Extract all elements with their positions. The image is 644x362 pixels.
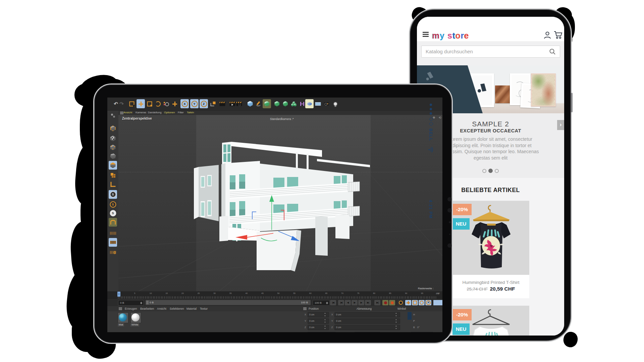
menu-tafeln[interactable]: Tafeln — [187, 111, 194, 114]
key-scale-button[interactable] — [412, 300, 418, 305]
cube-tilt-icon[interactable] — [109, 152, 117, 161]
grid-array-icon[interactable] — [109, 229, 117, 238]
store-logo[interactable]: mystore — [432, 31, 469, 41]
hero-frame-map — [531, 73, 556, 107]
cloner-icon[interactable] — [289, 99, 298, 108]
subdivision-surface-icon[interactable] — [263, 99, 271, 108]
prev-key-button[interactable]: |◀ — [338, 300, 344, 305]
camera-icon[interactable] — [322, 99, 330, 108]
live-selection-icon[interactable] — [127, 99, 136, 108]
product-name[interactable]: Hummingbird Printed T-Shirt — [452, 280, 529, 285]
key-pla-button[interactable] — [433, 300, 442, 305]
keyframe-selection-button[interactable] — [398, 300, 404, 305]
goto-start-button[interactable]: |◀ — [330, 300, 336, 305]
menu-darstellung[interactable]: Darstellung — [148, 111, 161, 114]
key-rotation-button[interactable] — [419, 300, 425, 305]
lock-x-axis-icon[interactable]: X — [180, 99, 189, 108]
magnet-tool-icon[interactable] — [109, 218, 117, 227]
panel-scroll-thumb[interactable] — [408, 312, 412, 320]
key-position-button[interactable] — [405, 300, 411, 305]
menu-selektieren[interactable]: Selektieren — [170, 307, 184, 310]
grid-lock-icon[interactable] — [109, 238, 117, 247]
next-frame-button[interactable]: ▶ — [358, 300, 364, 305]
search-input[interactable]: Katalog durchsuchen — [421, 46, 560, 58]
figure-tool-icon[interactable] — [109, 111, 117, 120]
carousel-dot[interactable] — [482, 169, 486, 173]
points-mode-icon[interactable]: S — [109, 190, 117, 199]
coord-x-size[interactable]: 0 cm — [334, 312, 400, 317]
polygons-mode-icon[interactable]: S — [109, 209, 117, 218]
menu-ansicht-bottom[interactable]: Ansicht — [157, 307, 166, 310]
play-button[interactable]: ▶ — [352, 300, 358, 305]
material-white[interactable] — [130, 312, 141, 323]
ruler-number: 15 — [165, 292, 168, 294]
menu-optionen[interactable]: Optionen — [164, 111, 175, 114]
carousel-dot-active[interactable] — [488, 169, 493, 173]
menu-filter[interactable]: Filter — [178, 111, 184, 114]
menu-erzeugen[interactable]: Erzeugen — [125, 307, 137, 310]
render-settings-icon[interactable] — [235, 99, 243, 108]
account-icon[interactable] — [543, 31, 551, 39]
product-card[interactable]: Hummingbird Printed T-Shirt 25,74 CHF20,… — [452, 201, 529, 298]
cube-points-icon[interactable] — [109, 143, 117, 152]
coord-y-size[interactable]: 0 cm — [334, 318, 400, 324]
coord-angle-dropdown[interactable]: An — [411, 332, 433, 332]
coord-system-icon[interactable] — [209, 99, 217, 108]
lock-z-axis-icon[interactable]: Z — [200, 99, 208, 108]
light-icon[interactable] — [331, 99, 339, 108]
material-menu-grid-icon[interactable] — [119, 307, 122, 310]
lock-y-axis-icon[interactable]: Y — [190, 99, 199, 108]
frame-range-slider[interactable]: 0 B100 B — [146, 300, 311, 305]
menu-bearbeiten[interactable]: Bearbeiten — [140, 307, 154, 310]
menu-material[interactable]: Material — [186, 307, 197, 310]
viewport-rotate-icon[interactable]: ⟲ — [439, 116, 441, 119]
grid-paren-icon[interactable]: () — [109, 248, 117, 257]
menu-icon[interactable] — [423, 32, 429, 38]
snap-tool-icon[interactable] — [170, 99, 179, 108]
ruler-end-label: 0 B — [436, 293, 439, 295]
render-view-icon[interactable] — [218, 99, 226, 108]
material-mat[interactable] — [118, 312, 128, 323]
carousel-dot[interactable] — [495, 169, 499, 173]
timeline-playhead[interactable]: 0 — [117, 292, 120, 297]
menu-textur[interactable]: Textur — [200, 307, 208, 310]
menu-grid-icon[interactable] — [120, 112, 123, 114]
carousel-next-button[interactable]: › — [557, 120, 564, 130]
axis-tool-icon[interactable] — [109, 180, 117, 189]
next-key-button[interactable]: ▶| — [365, 300, 371, 305]
c4d-toolbar: ↶ ↷ X Y Z — [107, 98, 442, 111]
edges-mode-icon[interactable]: S — [109, 200, 117, 209]
viewport-camera-label[interactable]: Standardkamera :* — [270, 117, 294, 121]
deformer-icon[interactable] — [281, 99, 289, 108]
cube-checker-icon[interactable] — [109, 134, 117, 143]
move-tool-icon[interactable] — [137, 99, 145, 108]
volume-icon[interactable] — [305, 99, 314, 108]
cube-wire-icon[interactable] — [109, 124, 117, 133]
scale-tool-icon[interactable] — [145, 99, 154, 108]
coord-object-dropdown[interactable]: Objekt (Rel — [308, 332, 336, 332]
menu-ansicht[interactable]: Ansicht — [123, 111, 132, 114]
frame-to-spinner[interactable]: 100 B — [313, 300, 330, 306]
spline-pen-icon[interactable] — [254, 99, 262, 108]
last-tool-icon[interactable] — [162, 99, 170, 108]
texture-squares-icon[interactable] — [109, 171, 117, 180]
extrude-icon[interactable] — [273, 99, 281, 108]
coord-size-dropdown[interactable]: Abmessung — [355, 332, 380, 332]
rotate-tool-icon[interactable] — [154, 99, 162, 108]
cube-model-icon[interactable] — [109, 161, 117, 170]
c4d-viewport[interactable]: Zentralperspektive Standardkamera :* Ras… — [118, 115, 442, 291]
floor-icon[interactable] — [314, 99, 322, 108]
goto-end-button[interactable]: ▶| — [374, 300, 380, 305]
primitive-cube-icon[interactable] — [246, 99, 254, 108]
frame-from-spinner[interactable]: 0 B — [118, 300, 144, 306]
record-button[interactable] — [382, 300, 388, 305]
menu-kameras[interactable]: Kameras — [136, 111, 146, 114]
key-parameter-button[interactable]: P — [425, 300, 431, 305]
timeline-ruler[interactable]: 0510152025303540455055606570758085909510… — [107, 291, 442, 299]
autokey-button[interactable] — [389, 300, 395, 305]
coord-z-size[interactable]: 0 cm — [334, 325, 400, 330]
search-icon[interactable] — [549, 48, 556, 55]
redo-icon[interactable]: ↷ — [117, 99, 126, 108]
cart-icon[interactable] — [553, 31, 563, 39]
prev-frame-button[interactable]: ◀ — [345, 300, 351, 305]
